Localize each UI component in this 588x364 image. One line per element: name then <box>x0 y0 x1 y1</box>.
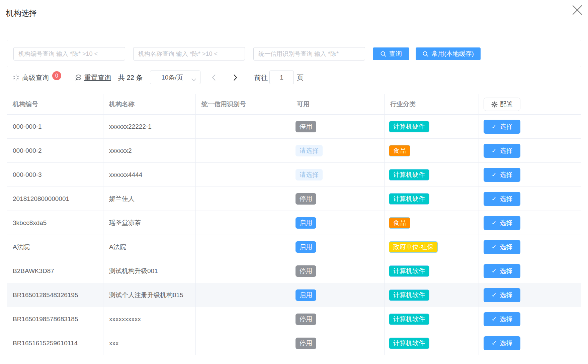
credit-id-cell <box>196 163 291 187</box>
credit-id-input[interactable] <box>253 47 365 60</box>
check-icon: ✓ <box>492 315 497 323</box>
col-header-industry: 行业分类 <box>385 94 479 115</box>
select-button[interactable]: ✓ 选择 <box>484 240 520 254</box>
industry-badge: 计算机软件 <box>389 289 429 301</box>
select-button[interactable]: ✓ 选择 <box>484 144 520 158</box>
org-name-cell: 测试机构升级001 <box>103 259 196 283</box>
page-unit-label: 页 <box>297 69 304 86</box>
org-name-cell: 瑶圣堂凉茶 <box>103 211 196 235</box>
org-code-cell: 000-000-3 <box>7 163 103 187</box>
status-badge[interactable]: 启用 <box>296 289 316 301</box>
advanced-query-icon <box>13 74 19 81</box>
table-row: BR1650198578683185 xxxxxxxxxx 停用 计算机软件 ✓… <box>7 307 581 331</box>
org-name-cell: A法院 <box>103 235 196 259</box>
table-row: 3kbcc8xda5 瑶圣堂凉茶 启用 食品 ✓ 选择 <box>7 211 581 235</box>
org-code-cell: BR1651615259610114 <box>7 331 103 355</box>
select-button-label: 选择 <box>500 195 512 203</box>
org-name-cell: 测试个人注册升级机构015 <box>103 283 196 307</box>
credit-id-cell <box>196 139 291 163</box>
org-code-cell: 000-000-1 <box>7 115 103 139</box>
status-badge[interactable]: 停用 <box>296 193 316 205</box>
reset-query-label: 重置查询 <box>84 73 111 82</box>
table-row: BR1651615259610114 xxx 停用 计算机软件 ✓ 选择 <box>7 331 581 355</box>
zoom-out-icon <box>75 74 82 81</box>
goto-label: 前往 <box>254 69 268 86</box>
goto-page-input[interactable] <box>269 71 294 84</box>
page-title: 机构选择 <box>6 8 37 18</box>
org-code-input[interactable] <box>13 47 125 60</box>
credit-id-cell <box>196 235 291 259</box>
status-badge[interactable]: 请选择 <box>296 145 323 156</box>
select-button-label: 选择 <box>500 146 512 155</box>
org-name-cell: xxxxxx4444 <box>103 163 196 187</box>
col-header-org-name: 机构名称 <box>103 94 196 115</box>
org-code-cell: BR1650198578683185 <box>7 307 103 331</box>
select-button-label: 选择 <box>500 219 512 227</box>
select-button[interactable]: ✓ 选择 <box>484 120 520 134</box>
page-size-select[interactable]: 10条/页 <box>150 71 200 84</box>
filter-panel: 查询 常用(本地缓存) <box>7 40 581 67</box>
query-button[interactable]: 查询 <box>373 47 409 60</box>
check-icon: ✓ <box>492 195 497 203</box>
status-badge[interactable]: 请选择 <box>296 169 323 180</box>
toolbar: 高级查询 0 重置查询 共 22 条 10条/页 前往 页 <box>0 69 588 86</box>
org-table: 机构编号 机构名称 统一信用识别号 可用 行业分类 配置 000-000-1 <box>7 94 581 355</box>
select-button[interactable]: ✓ 选择 <box>484 216 520 230</box>
status-badge[interactable]: 停用 <box>296 338 316 349</box>
search-icon <box>422 51 429 57</box>
status-badge[interactable]: 停用 <box>296 121 316 132</box>
industry-badge: 计算机软件 <box>389 338 429 349</box>
common-cache-button[interactable]: 常用(本地缓存) <box>416 47 481 60</box>
config-button-label: 配置 <box>500 100 513 109</box>
credit-id-cell <box>196 331 291 355</box>
check-icon: ✓ <box>492 123 497 130</box>
advanced-query-link[interactable]: 高级查询 <box>13 69 49 86</box>
next-page-button[interactable] <box>230 69 240 86</box>
select-button-label: 选择 <box>500 243 512 251</box>
status-badge[interactable]: 停用 <box>296 265 316 277</box>
select-button[interactable]: ✓ 选择 <box>484 312 520 326</box>
check-icon: ✓ <box>492 291 497 299</box>
table-row: B2BAWK3D87 测试机构升级001 停用 计算机软件 ✓ 选择 <box>7 259 581 283</box>
select-button[interactable]: ✓ 选择 <box>484 288 520 302</box>
table-row: A法院 A法院 启用 政府单位-社保 ✓ 选择 <box>7 235 581 259</box>
credit-id-cell <box>196 259 291 283</box>
table-row: 000-000-1 xxxxxx22222-1 停用 计算机硬件 ✓ 选择 <box>7 115 581 139</box>
bottom-divider <box>7 361 581 361</box>
select-button[interactable]: ✓ 选择 <box>484 192 520 206</box>
status-badge[interactable]: 停用 <box>296 314 316 325</box>
check-icon: ✓ <box>492 171 497 178</box>
status-badge[interactable]: 启用 <box>296 241 316 253</box>
select-button[interactable]: ✓ 选择 <box>484 336 520 350</box>
industry-badge: 食品 <box>389 145 410 156</box>
total-count: 共 22 条 <box>118 69 143 86</box>
config-button[interactable]: 配置 <box>484 98 520 111</box>
advanced-query-badge: 0 <box>52 71 61 80</box>
status-badge[interactable]: 启用 <box>296 217 316 229</box>
credit-id-cell <box>196 211 291 235</box>
org-code-cell: 2018120800000001 <box>7 187 103 211</box>
select-button-label: 选择 <box>500 267 512 275</box>
prev-page-button[interactable] <box>208 69 219 86</box>
page-size-value: 10条/页 <box>161 73 183 82</box>
reset-query-link[interactable]: 重置查询 <box>75 69 111 86</box>
query-button-label: 查询 <box>389 49 402 58</box>
org-code-cell: 3kbcc8xda5 <box>7 211 103 235</box>
industry-badge: 计算机软件 <box>389 314 429 325</box>
table-row: 2018120800000001 娇兰佳人 停用 计算机硬件 ✓ 选择 <box>7 187 581 211</box>
org-name-cell: xxxxxx22222-1 <box>103 115 196 139</box>
org-name-cell: xxxxxx2 <box>103 139 196 163</box>
table-header-row: 机构编号 机构名称 统一信用识别号 可用 行业分类 配置 <box>7 94 581 115</box>
select-button[interactable]: ✓ 选择 <box>484 264 520 278</box>
col-header-available: 可用 <box>291 94 385 115</box>
close-icon[interactable] <box>571 3 584 17</box>
gear-icon <box>491 101 498 108</box>
check-icon: ✓ <box>492 267 497 275</box>
org-code-cell: A法院 <box>7 235 103 259</box>
check-icon: ✓ <box>492 147 497 154</box>
col-header-org-code: 机构编号 <box>7 94 103 115</box>
org-name-input[interactable] <box>133 47 245 60</box>
credit-id-cell <box>196 187 291 211</box>
table-body: 000-000-1 xxxxxx22222-1 停用 计算机硬件 ✓ 选择 00… <box>7 115 581 355</box>
select-button[interactable]: ✓ 选择 <box>484 168 520 182</box>
